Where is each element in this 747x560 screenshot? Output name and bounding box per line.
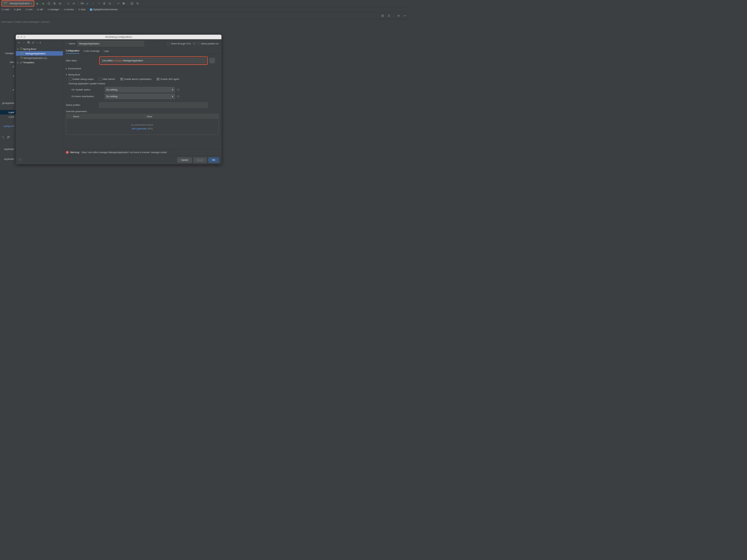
enable-jmx-checkbox[interactable]: Enable JMX agent [157,78,179,81]
list-item[interactable]: s [0,74,15,78]
list-item[interactable] [0,96,15,101]
on-frame-dropdown[interactable]: Do nothing ▾ [105,94,175,99]
warning-icon: ! [66,151,69,154]
help-icon[interactable]: ? [192,42,196,45]
param-header-name[interactable]: Name [71,115,145,117]
move-up-icon[interactable]: ▴ [36,41,38,44]
target-icon[interactable] [380,14,385,18]
tab-configuration[interactable]: Configuration [66,49,79,54]
edit-templates-icon[interactable] [32,41,34,44]
tree-node-app2[interactable]: ManagerApplication (1) [16,56,63,60]
coverage-icon[interactable] [47,1,51,6]
active-profiles-input[interactable] [99,103,208,108]
toolbar-divider [64,2,64,5]
help-icon[interactable]: ? [177,88,180,91]
main-class-input[interactable]: com.elifen.manager.ManagerApplication [101,58,206,63]
minimize-window-icon[interactable] [21,36,23,38]
run-anything-icon[interactable] [130,1,134,6]
settings-icon[interactable] [116,1,120,6]
git-push-icon[interactable] [96,1,101,6]
list-item[interactable]: manager [0,51,15,55]
tree-node-app1[interactable]: ✖ ManagerApplication [16,51,63,56]
crumb-service[interactable]: 🗀service [63,8,74,11]
crumb-manager[interactable]: 🗀manager [47,8,59,11]
list-item[interactable]: oller [0,60,15,64]
add-param-link[interactable]: Add parameter (⌘N) [132,128,153,130]
no-params-label: No parameters added. [131,124,154,126]
git-revert-icon[interactable] [107,1,112,6]
browse-main-class-button[interactable]: … [209,58,214,63]
spring-boot-icon [4,2,6,5]
list-item[interactable]: spring.xml [0,124,15,128]
list-item[interactable]: o.yml [0,114,15,119]
crumb-elif[interactable]: 🗀elif [37,8,43,11]
list-item[interactable]: gerApplicati [0,101,15,105]
enable-debug-checkbox[interactable]: Enable debug output [69,78,94,81]
enable-launch-opt-checkbox[interactable]: Enable launch optimization [120,78,151,81]
cancel-button[interactable]: Cancel [178,157,192,162]
run-icon[interactable]: ▶ [35,1,40,6]
hide-banner-checkbox[interactable]: Hide banner [99,78,115,81]
list-item[interactable]: e [0,87,15,92]
param-header-value[interactable]: Value [145,115,218,117]
share-vcs-checkbox[interactable]: Share through VCS [167,42,191,45]
warning-label: Warning: [70,151,80,154]
project-structure-icon[interactable] [122,1,126,6]
spring-boot-section[interactable]: ▾ Spring Boot [66,74,219,76]
help-icon[interactable]: ? [177,95,180,98]
hide-icon[interactable]: — [403,14,407,18]
list-item[interactable]: Applicatio [0,147,15,151]
tree-node-spring-boot[interactable]: ▾ Spring Boot [16,47,63,51]
maximize-window-icon[interactable] [23,36,26,38]
git-commit-icon[interactable]: ✓ [91,1,95,6]
apply-button[interactable]: Apply [194,157,207,162]
list-item[interactable] [0,69,15,74]
git-history-icon[interactable] [102,1,106,6]
ok-button[interactable]: OK [208,157,219,162]
dialog-titlebar[interactable]: Run/Debug Configurations [16,34,221,39]
list-item[interactable] [0,78,15,82]
crumb-main[interactable]: 🗀main [1,8,9,11]
environment-section[interactable]: ▸ Environment [66,67,219,70]
gear-icon[interactable] [396,14,401,18]
list-item[interactable]: n.yml [0,110,15,114]
collapse-all-icon[interactable] [387,14,391,18]
list-item[interactable] [0,55,15,60]
param-table-body: No parameters added. Add parameter (⌘N) [66,119,219,135]
help-button[interactable]: ? [18,158,22,162]
list-item[interactable] [0,92,15,96]
config-name-input[interactable] [77,41,144,46]
git-pull-icon[interactable] [85,1,89,6]
list-item[interactable]: rt [0,64,15,69]
list-item[interactable] [0,105,15,110]
stop-icon[interactable]: ■ [66,1,71,6]
profile-icon[interactable] [52,1,57,6]
search-everywhere-icon[interactable] [135,1,140,6]
changes-icon[interactable] [1,135,4,139]
list-item[interactable]: Applicatio [0,157,15,161]
copy-config-icon[interactable] [27,41,30,44]
close-window-icon[interactable] [17,36,20,38]
list-item[interactable] [0,83,15,87]
move-down-icon[interactable]: ▾ [40,41,41,44]
spring-boot-checks: Enable debug output Hide banner Enable l… [69,78,219,81]
crumb-com[interactable]: 🗀com [25,8,33,11]
run-config-selector[interactable]: ✖ ManagerApplication ▾ [1,0,34,7]
allow-parallel-checkbox[interactable]: Allow parallel run [197,42,218,45]
branch-icon[interactable] [7,135,10,139]
build-icon[interactable] [72,1,76,6]
crumb-java[interactable]: 🗀java [14,8,21,11]
crumb-class[interactable]: CMgMgtStoreServiceImpl [89,8,118,11]
crumb-impl[interactable]: 🗀impl [78,8,85,11]
remove-config-icon[interactable]: － [22,41,25,45]
debug-icon[interactable] [41,1,45,6]
expand-icon[interactable]: » [66,42,67,45]
add-config-icon[interactable]: ＋ [18,41,21,45]
svg-point-13 [383,15,383,16]
attach-icon[interactable] [58,1,62,6]
tab-logs[interactable]: Logs [104,50,109,54]
tab-code-coverage[interactable]: Code Coverage [84,50,100,54]
tree-node-templates[interactable]: ▸ Templates [16,60,63,64]
list-item[interactable] [0,119,15,124]
on-update-dropdown[interactable]: Do nothing ▾ [105,87,175,92]
